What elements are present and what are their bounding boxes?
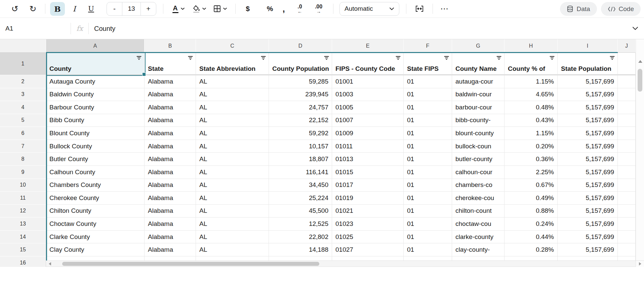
cell[interactable] (618, 205, 636, 218)
cell[interactable]: 01 (404, 153, 452, 166)
cell[interactable]: 01001 (332, 75, 404, 88)
cell[interactable]: cherokee-cou (452, 192, 505, 205)
cell[interactable]: AL (196, 114, 269, 127)
cell[interactable]: 01023 (332, 218, 404, 231)
cell[interactable]: 5,157,699 (558, 179, 618, 192)
cell[interactable]: 2.25% (505, 166, 558, 179)
filter-icon[interactable] (324, 55, 329, 61)
filter-icon[interactable] (136, 55, 142, 61)
underline-button[interactable]: U (84, 2, 98, 16)
formula-input[interactable]: County (94, 25, 644, 33)
cell[interactable] (618, 231, 636, 244)
cell[interactable]: blount-county (452, 127, 505, 140)
cell[interactable]: 1.15% (505, 75, 558, 88)
cell[interactable]: 01019 (332, 192, 404, 205)
cell[interactable]: 0.24% (505, 218, 558, 231)
vertical-scrollbar-thumb[interactable] (638, 69, 642, 92)
comma-format-button[interactable]: , (278, 2, 289, 16)
cell[interactable]: 4.65% (505, 88, 558, 101)
cell[interactable]: AL (196, 101, 269, 114)
vertical-scrollbar[interactable] (636, 39, 644, 267)
cell[interactable]: 1.15% (505, 127, 558, 140)
cell[interactable]: 01003 (332, 88, 404, 101)
cell[interactable] (618, 114, 636, 127)
row-header-6[interactable]: 6 (0, 127, 46, 140)
select-all-corner[interactable] (0, 39, 46, 53)
cell[interactable]: Alabama (145, 166, 196, 179)
scroll-right-arrow-icon[interactable] (639, 262, 641, 265)
cell[interactable]: chambers-co (452, 179, 505, 192)
column-header-H[interactable]: H (505, 39, 558, 53)
cell[interactable]: Clarke County (46, 231, 145, 244)
fill-color-button[interactable] (190, 2, 209, 16)
filter-icon[interactable] (496, 55, 501, 61)
cell[interactable]: 0.67% (505, 179, 558, 192)
header-cell[interactable]: County (46, 53, 145, 75)
cell[interactable]: autauga-cour (452, 75, 505, 88)
cell[interactable]: 22,802 (269, 231, 332, 244)
cell[interactable]: Bullock County (46, 140, 145, 153)
cell[interactable]: bibb-county- (452, 114, 505, 127)
cell[interactable]: 01 (404, 127, 452, 140)
cell[interactable]: 5,157,699 (558, 153, 618, 166)
increase-decimals-button[interactable]: .00→ (310, 2, 327, 16)
cell[interactable]: AL (196, 75, 269, 88)
cell[interactable]: 01 (404, 243, 452, 256)
row-header-4[interactable]: 4 (0, 101, 46, 114)
borders-button[interactable] (210, 2, 230, 16)
increase-font-size-button[interactable]: + (141, 2, 156, 15)
cell[interactable]: 01013 (332, 153, 404, 166)
header-cell[interactable]: County Name (452, 53, 505, 75)
row-header-7[interactable]: 7 (0, 140, 46, 153)
cell[interactable]: 01 (404, 166, 452, 179)
cell[interactable]: AL (196, 88, 269, 101)
column-header-J[interactable]: J (618, 39, 636, 53)
filter-icon[interactable] (444, 55, 449, 61)
cell[interactable]: 01027 (332, 243, 404, 256)
cell[interactable]: Cherokee County (46, 192, 145, 205)
cell[interactable]: 18,807 (269, 153, 332, 166)
column-header-G[interactable]: G (452, 39, 505, 53)
row-header-10[interactable]: 10 (0, 179, 46, 192)
cell[interactable]: Alabama (145, 153, 196, 166)
cell[interactable]: 12,525 (269, 218, 332, 231)
cell[interactable]: 25,224 (269, 192, 332, 205)
cell[interactable]: 0.44% (505, 231, 558, 244)
column-header-D[interactable]: D (269, 39, 332, 53)
cell[interactable]: choctaw-cou (452, 218, 505, 231)
more-options-button[interactable]: ⋯ (437, 2, 452, 16)
cell[interactable]: Alabama (145, 114, 196, 127)
row-header-12[interactable]: 12 (0, 205, 46, 218)
cell[interactable]: 5,157,699 (558, 231, 618, 244)
cell[interactable]: 01 (404, 192, 452, 205)
cell[interactable]: clay-county- (452, 243, 505, 256)
cell[interactable]: butler-county (452, 153, 505, 166)
cell[interactable]: 5,157,699 (558, 88, 618, 101)
cell[interactable]: AL (196, 127, 269, 140)
italic-button[interactable]: I (67, 2, 82, 16)
cell[interactable] (618, 75, 636, 88)
cell[interactable]: 59,285 (269, 75, 332, 88)
row-header-9[interactable]: 9 (0, 166, 46, 179)
cell[interactable]: Autauga County (46, 75, 145, 88)
percent-format-button[interactable]: % (263, 2, 277, 16)
cell[interactable]: 0.49% (505, 192, 558, 205)
cell[interactable]: 5,157,699 (558, 218, 618, 231)
cell[interactable]: Barbour County (46, 101, 145, 114)
cell[interactable]: 116,141 (269, 166, 332, 179)
cell[interactable]: 01 (404, 231, 452, 244)
cell[interactable]: 0.43% (505, 114, 558, 127)
cell[interactable]: baldwin-cour (452, 88, 505, 101)
cell[interactable] (618, 88, 636, 101)
cell[interactable]: 01 (404, 101, 452, 114)
cell[interactable]: Butler County (46, 153, 145, 166)
decrease-decimals-button[interactable]: .0← (291, 2, 308, 16)
cell[interactable]: AL (196, 140, 269, 153)
row-header-2[interactable]: 2 (0, 75, 46, 88)
formula-bar-expand-chevron-icon[interactable] (632, 26, 639, 31)
header-cell[interactable]: State Population (558, 53, 618, 75)
filter-icon[interactable] (610, 55, 615, 61)
cell[interactable]: 5,157,699 (558, 101, 618, 114)
header-cell[interactable]: State (145, 53, 196, 75)
column-header-C[interactable]: C (196, 39, 269, 53)
